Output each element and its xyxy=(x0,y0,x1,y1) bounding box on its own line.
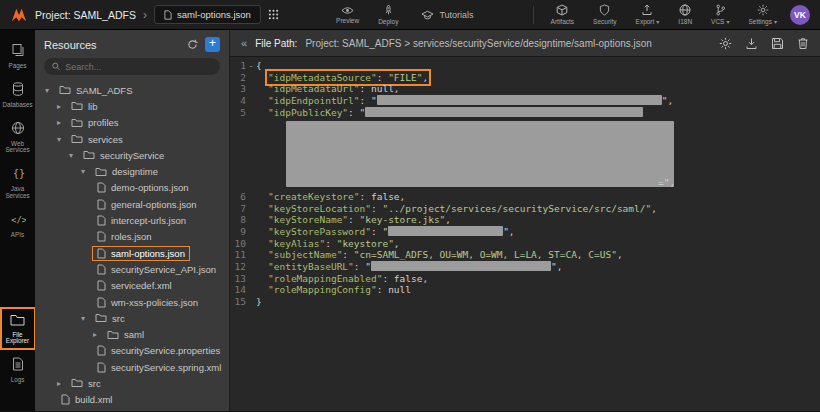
tree-folder-src[interactable]: ▾src xyxy=(35,310,229,326)
collapse-panel-icon[interactable]: « xyxy=(241,37,247,49)
tree-file-saml-options.json[interactable]: saml-options.json xyxy=(35,245,229,261)
trash-icon[interactable] xyxy=(797,37,809,50)
wavemaker-logo[interactable] xyxy=(10,7,28,23)
code-token: "idpMetadataUrl" xyxy=(268,83,360,94)
tree-file-securityService.spring.xml[interactable]: securityService.spring.xml xyxy=(35,359,229,375)
line-content: "entityBaseURL": "", xyxy=(256,261,562,273)
code-line-11[interactable]: 11"subjectName": "cn=SAML_ADFS, OU=WM, O… xyxy=(231,249,820,261)
logs-icon xyxy=(12,357,24,375)
code-line-6[interactable]: 6"createKeystore": false, xyxy=(231,191,820,203)
deploy-button[interactable]: Deploy xyxy=(372,4,404,25)
code-line-2[interactable]: 2"idpMetadataSource": "FILE", xyxy=(231,72,820,84)
tutorials-button[interactable]: Tutorials xyxy=(421,10,473,20)
chevron-right-icon[interactable]: ▸ xyxy=(93,330,103,339)
folder-icon xyxy=(59,85,71,95)
code-line-12[interactable]: 12"entityBaseURL": "", xyxy=(231,261,820,273)
tree-item-label: wm-xss-policies.json xyxy=(111,297,198,308)
open-file-tab[interactable]: saml-options.json xyxy=(154,5,261,24)
settings-button[interactable]: Settings▾ xyxy=(742,4,783,25)
export-button[interactable]: Export▾ xyxy=(630,4,666,25)
add-resource-button[interactable]: + xyxy=(205,37,220,52)
code-lines: 1-{2"idpMetadataSource": "FILE",3"idpMet… xyxy=(230,57,820,411)
tree-item-label: src xyxy=(112,313,125,324)
tree-folder-securityService[interactable]: ▾securityService xyxy=(35,147,229,163)
tree-folder-services[interactable]: ▾services xyxy=(35,131,229,147)
download-icon[interactable] xyxy=(745,37,758,50)
search-input[interactable] xyxy=(65,62,212,72)
tree-folder-src[interactable]: ▸src xyxy=(35,375,229,391)
chevron-right-icon[interactable]: ▸ xyxy=(57,102,67,111)
code-token: "../project/services/securityService/src… xyxy=(382,203,651,214)
code-line-10[interactable]: 10"keyAlias": "keystore", xyxy=(231,238,820,250)
folder-icon xyxy=(95,313,107,323)
line-content: "subjectName": "cn=SAML_ADFS, OU=WM, O=W… xyxy=(256,249,623,261)
chevron-down-icon[interactable]: ▾ xyxy=(57,135,67,144)
code-token: ", xyxy=(503,226,514,237)
line-number: 10 xyxy=(231,238,246,250)
line-number: 4 xyxy=(231,95,246,107)
chevron-down-icon[interactable]: ▾ xyxy=(69,151,79,160)
preview-button[interactable]: Preview xyxy=(330,6,365,24)
code-line-4[interactable]: 4"idpEndpointUrl": "", xyxy=(231,95,820,107)
code-line-3[interactable]: 3"idpMetadataUrl": null, xyxy=(231,83,820,95)
chevron-down-icon[interactable]: ▾ xyxy=(81,167,91,176)
chevron-down-icon[interactable]: ▾ xyxy=(81,314,91,323)
code-line-14[interactable]: 14"roleMappingConfig": null xyxy=(231,284,820,296)
rail-item-label: File Explorer xyxy=(2,332,34,346)
line-number: 15 xyxy=(231,296,246,308)
editor-actions xyxy=(719,37,809,50)
tree-item-label: securityService.spring.xml xyxy=(111,362,221,373)
code-line-5[interactable]: 5"idpPublicKey": "=", xyxy=(231,107,820,191)
rail-item-pages[interactable]: Pages xyxy=(2,40,34,73)
vcs-button[interactable]: VCS▾ xyxy=(705,4,735,25)
tree-folder-SAML_ADFS[interactable]: ▾SAML_ADFS xyxy=(35,82,229,98)
code-token: , xyxy=(617,249,623,260)
rail-item-web-services[interactable]: Web Services xyxy=(2,118,34,158)
settings-icon[interactable] xyxy=(719,37,732,50)
fold-icon[interactable]: - xyxy=(246,60,256,72)
code-line-8[interactable]: 8"keyStoreName": "key-store.jks", xyxy=(231,214,820,226)
rail-item-databases[interactable]: Databases xyxy=(2,79,34,112)
chevron-right-icon[interactable]: ▸ xyxy=(57,118,67,127)
highlight-box: "idpMetadataSource": "FILE", xyxy=(268,72,428,84)
rail-item-java-services[interactable]: {}Java Services xyxy=(2,163,34,203)
rail-item-apis[interactable]: </>APIs xyxy=(2,209,34,242)
tree-file-securityService_API.json[interactable]: securityService_API.json xyxy=(35,261,229,277)
code-line-7[interactable]: 7"keyStoreLocation": "../project/service… xyxy=(231,203,820,215)
artifacts-button[interactable]: Artifacts xyxy=(545,4,580,25)
rail-item-file-explorer[interactable]: File Explorer xyxy=(2,309,34,349)
topbar-divider xyxy=(533,6,534,24)
code-line-9[interactable]: 9"keyStorePassword": "", xyxy=(231,226,820,238)
code-line-13[interactable]: 13"roleMappingEnabled": false, xyxy=(231,273,820,285)
chevron-right-icon[interactable]: ▸ xyxy=(57,379,67,388)
code-line-1[interactable]: 1-{ xyxy=(231,60,820,72)
tree-folder-profiles[interactable]: ▸profiles xyxy=(35,115,229,131)
code-token: "keyStoreLocation" xyxy=(268,203,371,214)
tree-file-roles.json[interactable]: roles.json xyxy=(35,229,229,245)
tree-file-servicedef.xml[interactable]: servicedef.xml xyxy=(35,278,229,294)
code-line-15[interactable]: 15} xyxy=(231,296,820,308)
web-services-icon xyxy=(11,121,25,139)
tree-file-general-options.json[interactable]: general-options.json xyxy=(35,196,229,212)
tree-folder-lib[interactable]: ▸lib xyxy=(35,98,229,114)
code-token: : xyxy=(325,238,336,249)
refresh-icon[interactable] xyxy=(187,39,198,50)
tree-file-intercept-urls.json[interactable]: intercept-urls.json xyxy=(35,212,229,228)
save-icon[interactable] xyxy=(771,37,784,50)
user-avatar[interactable]: VK xyxy=(790,5,810,25)
rail-item-logs[interactable]: Logs xyxy=(2,354,34,387)
tree-file-securityService.properties[interactable]: securityService.properties xyxy=(35,343,229,359)
line-content: "createKeystore": false, xyxy=(256,191,405,203)
tree-file-demo-options.json[interactable]: demo-options.json xyxy=(35,180,229,196)
tree-folder-saml[interactable]: ▸saml xyxy=(35,326,229,342)
i18n-button[interactable]: I18N xyxy=(672,4,698,25)
code-token: : xyxy=(377,72,388,83)
security-button[interactable]: Security xyxy=(587,4,622,25)
chevron-down-icon[interactable]: ▾ xyxy=(45,86,55,95)
folder-icon xyxy=(71,118,83,128)
tree-file-wm-xss-policies.json[interactable]: wm-xss-policies.json xyxy=(35,294,229,310)
apps-grid-icon[interactable] xyxy=(268,9,279,20)
tree-file-build.xml[interactable]: build.xml xyxy=(35,392,229,408)
tree-folder-designtime[interactable]: ▾designtime xyxy=(35,163,229,179)
folder-icon xyxy=(71,378,83,388)
